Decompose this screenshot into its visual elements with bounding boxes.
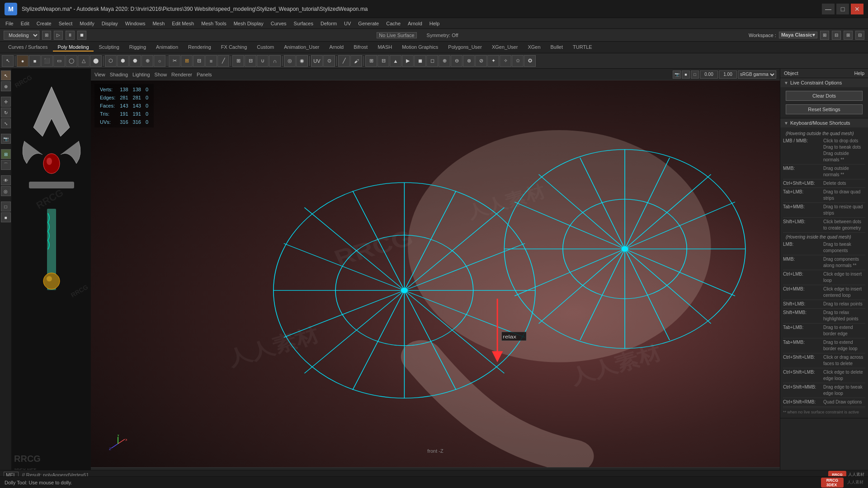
- bool-union-btn[interactable]: ∪: [257, 55, 269, 67]
- extra-btn-2[interactable]: ⊟: [377, 55, 389, 67]
- ws-icon-r2[interactable]: ⊟: [832, 31, 841, 40]
- extra-btn-4[interactable]: ▶: [402, 55, 414, 67]
- menu-file[interactable]: File: [2, 21, 17, 26]
- menu-cache[interactable]: Cache: [382, 21, 404, 26]
- menu-windows[interactable]: Windows: [122, 21, 149, 26]
- menu-edit[interactable]: Edit: [17, 21, 33, 26]
- minimize-button[interactable]: —: [822, 4, 835, 14]
- vp-val-field-1[interactable]: [700, 70, 718, 79]
- menu-edit-mesh[interactable]: Edit Mesh: [168, 21, 198, 26]
- vp-shade-btn[interactable]: ■: [682, 70, 690, 79]
- vp-cam-btn[interactable]: 📷: [673, 70, 681, 79]
- extra-btn-8[interactable]: ⊖: [451, 55, 462, 67]
- extra-btn-5[interactable]: ◼: [414, 55, 426, 67]
- toolbar-icon-3[interactable]: ⏸: [66, 31, 75, 40]
- paint-select-btn[interactable]: ⊕: [1, 81, 11, 91]
- ws-icon-r1[interactable]: ⊞: [820, 31, 829, 40]
- unfold-btn[interactable]: ⊙: [323, 55, 335, 67]
- vp-menu-lighting[interactable]: Lighting: [132, 72, 150, 77]
- extra-btn-3[interactable]: ▲: [390, 55, 401, 67]
- separate-btn[interactable]: ⊟: [245, 55, 256, 67]
- tab-mash[interactable]: MASH: [373, 43, 396, 52]
- tab-bifrost[interactable]: Bifrost: [349, 43, 372, 52]
- vp-menu-show[interactable]: Show: [155, 72, 167, 77]
- plane-btn[interactable]: ▭: [53, 55, 65, 67]
- tab-poly-modeling[interactable]: Poly Modeling: [53, 43, 93, 52]
- sculpt-btn[interactable]: ⌒: [1, 160, 11, 170]
- select-tool-btn[interactable]: ↖: [2, 55, 14, 67]
- menu-display[interactable]: Display: [98, 21, 122, 26]
- tab-sculpting[interactable]: Sculpting: [94, 43, 124, 52]
- menu-select[interactable]: Select: [55, 21, 76, 26]
- maximize-button[interactable]: □: [836, 4, 849, 14]
- object-label[interactable]: Object: [784, 70, 798, 76]
- crease-btn[interactable]: ╱: [338, 55, 350, 67]
- isolate-btn[interactable]: ◎: [1, 186, 11, 196]
- clear-dots-button[interactable]: Clear Dots: [786, 91, 863, 101]
- knife-btn[interactable]: ╱: [217, 55, 229, 67]
- vp-wire-btn[interactable]: □: [691, 70, 699, 79]
- menu-mesh[interactable]: Mesh: [149, 21, 168, 26]
- menu-curves[interactable]: Curves: [267, 21, 290, 26]
- tab-animation-user[interactable]: Animation_User: [279, 43, 324, 52]
- cone-btn[interactable]: △: [78, 55, 90, 67]
- vp-val-field-2[interactable]: [719, 70, 737, 79]
- camera-btn[interactable]: 📷: [1, 134, 11, 144]
- extra-btn-14[interactable]: ✪: [524, 55, 536, 67]
- bool-diff-btn[interactable]: ∩: [269, 55, 281, 67]
- vp-menu-renderer[interactable]: Renderer: [171, 72, 192, 77]
- fill-hole-btn[interactable]: ○: [154, 55, 165, 67]
- tab-xgen-user[interactable]: XGen_User: [487, 43, 522, 52]
- toolbar-icon-4[interactable]: ⏹: [77, 31, 86, 40]
- select-mode-btn[interactable]: ↖: [1, 70, 11, 80]
- shortcuts-header[interactable]: ▼ Keyboard/Mouse Shortcuts: [780, 118, 868, 127]
- tab-turtle[interactable]: TURTLE: [568, 43, 597, 52]
- scale-btn[interactable]: ⤡: [1, 118, 11, 128]
- live-constraint-header[interactable]: ▼ Live Constraint Options: [780, 78, 868, 87]
- menu-mesh-display[interactable]: Mesh Display: [230, 21, 267, 26]
- close-button[interactable]: ✕: [851, 4, 863, 14]
- tab-fx-caching[interactable]: FX Caching: [217, 43, 251, 52]
- tab-arnold[interactable]: Arnold: [325, 43, 348, 52]
- disk-btn[interactable]: ⬤: [90, 55, 102, 67]
- extra-btn-10[interactable]: ⊘: [475, 55, 487, 67]
- torus-btn[interactable]: ◯: [66, 55, 77, 67]
- sphere-btn[interactable]: ●: [17, 55, 28, 67]
- vp-menu-panels[interactable]: Panels: [197, 72, 212, 77]
- paint-btn[interactable]: 🖌: [350, 55, 362, 67]
- menu-deform[interactable]: Deform: [317, 21, 340, 26]
- tab-rendering[interactable]: Rendering: [184, 43, 216, 52]
- wireframe-btn[interactable]: □: [1, 202, 11, 211]
- tab-bullet[interactable]: Bullet: [546, 43, 568, 52]
- rotate-btn[interactable]: ↻: [1, 108, 11, 117]
- split-poly-btn[interactable]: ✂: [169, 55, 180, 67]
- move-btn[interactable]: ✛: [1, 97, 11, 107]
- tab-rigging[interactable]: Rigging: [125, 43, 151, 52]
- viewport-content[interactable]: Verts: 138 138 0 Edges: 281 281 0 Faces:…: [91, 80, 780, 467]
- menu-arnold[interactable]: Arnold: [404, 21, 426, 26]
- menu-uv[interactable]: UV: [340, 21, 354, 26]
- tab-custom[interactable]: Custom: [252, 43, 278, 52]
- combine-btn[interactable]: ⊞: [232, 55, 244, 67]
- offset-loop-btn[interactable]: ⊟: [193, 55, 205, 67]
- menu-generate[interactable]: Generate: [354, 21, 382, 26]
- bridge-btn[interactable]: ⬣: [129, 55, 141, 67]
- toolbar-icon-2[interactable]: ▷: [54, 31, 63, 40]
- extra-btn-11[interactable]: ✦: [487, 55, 499, 67]
- menu-modify[interactable]: Modify: [76, 21, 98, 26]
- menu-help[interactable]: Help: [426, 21, 443, 26]
- tab-animation[interactable]: Animation: [151, 43, 183, 52]
- gamma-select[interactable]: sRGB gamma: [738, 70, 776, 79]
- tab-polygons-user[interactable]: Polygons_User: [443, 43, 486, 52]
- tab-xgen[interactable]: XGen: [523, 43, 545, 52]
- ws-icon-r3[interactable]: ⊞: [844, 31, 853, 40]
- extra-btn-7[interactable]: ⊕: [439, 55, 450, 67]
- extra-btn-13[interactable]: ✩: [512, 55, 524, 67]
- quad-draw-btn[interactable]: ⊞: [1, 149, 11, 159]
- extra-btn-12[interactable]: ✧: [500, 55, 511, 67]
- extra-btn-1[interactable]: ⊞: [365, 55, 377, 67]
- tab-curves-surfaces[interactable]: Curves / Surfaces: [4, 43, 52, 52]
- extra-btn-6[interactable]: ◻: [426, 55, 438, 67]
- tab-motion-graphics[interactable]: Motion Graphics: [397, 43, 443, 52]
- cylinder-btn[interactable]: ⬛: [41, 55, 53, 67]
